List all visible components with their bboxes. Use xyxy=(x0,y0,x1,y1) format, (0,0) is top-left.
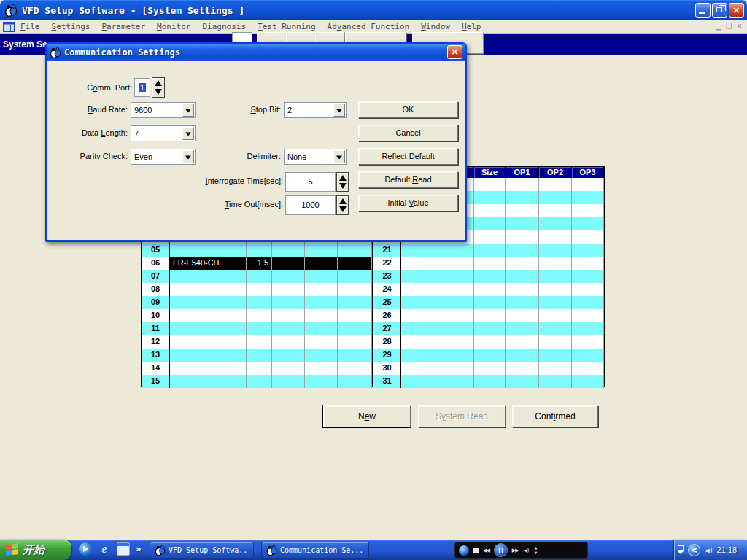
restore-button[interactable] xyxy=(712,3,727,18)
op2-cell[interactable] xyxy=(539,322,572,335)
op3-cell[interactable] xyxy=(338,244,372,257)
op1-cell[interactable] xyxy=(506,244,539,257)
op3-cell[interactable] xyxy=(572,217,604,230)
row-number-cell[interactable]: 09 xyxy=(142,296,170,309)
op1-cell[interactable] xyxy=(272,349,305,362)
interrogate-time-spinner[interactable] xyxy=(336,172,349,192)
model-cell[interactable] xyxy=(401,335,474,349)
table-row[interactable]: 10 xyxy=(142,309,372,322)
mdi-restore-icon[interactable]: ❏ xyxy=(726,22,732,30)
op2-cell[interactable] xyxy=(539,178,572,191)
op2-cell[interactable] xyxy=(539,362,572,375)
op3-cell[interactable] xyxy=(572,283,604,296)
op3-cell[interactable] xyxy=(572,349,604,362)
model-cell[interactable]: FR-E540-CH xyxy=(170,257,247,270)
op1-cell[interactable] xyxy=(272,322,305,335)
time-out-spinner[interactable] xyxy=(336,195,349,215)
op3-cell[interactable] xyxy=(572,362,604,375)
op2-cell[interactable] xyxy=(539,283,572,296)
size-cell[interactable] xyxy=(474,375,506,388)
comm-port-field[interactable]: 1 xyxy=(134,78,150,97)
model-cell[interactable] xyxy=(170,270,247,283)
row-number-cell[interactable]: 06 xyxy=(142,257,170,270)
row-number-cell[interactable]: 29 xyxy=(374,349,401,362)
model-cell[interactable] xyxy=(170,309,247,322)
table-row[interactable]: 29 xyxy=(374,349,604,362)
menu-item-settings[interactable]: Settings xyxy=(52,22,90,31)
table-row[interactable]: 12 xyxy=(142,335,372,349)
op1-cell[interactable] xyxy=(272,244,305,257)
cancel-button[interactable]: Cancel xyxy=(358,125,458,141)
size-cell[interactable] xyxy=(474,322,506,335)
size-cell[interactable] xyxy=(474,270,506,283)
op1-cell[interactable] xyxy=(272,270,305,283)
op3-cell[interactable] xyxy=(572,230,604,244)
band-down-icon[interactable]: ▼ xyxy=(534,551,537,555)
op1-cell[interactable] xyxy=(506,191,539,204)
band-up-icon[interactable]: ▲ xyxy=(534,545,537,550)
op1-cell[interactable] xyxy=(506,375,539,388)
table-row[interactable]: 07 xyxy=(142,270,372,283)
model-cell[interactable] xyxy=(401,309,474,322)
table-row[interactable]: 30 xyxy=(374,362,604,375)
row-number-cell[interactable]: 25 xyxy=(374,296,401,309)
table-row[interactable]: 11 xyxy=(142,322,372,335)
model-cell[interactable] xyxy=(170,322,247,335)
op2-cell[interactable] xyxy=(305,335,338,349)
op1-cell[interactable] xyxy=(272,257,305,270)
op2-cell[interactable] xyxy=(539,296,572,309)
size-cell[interactable]: 1.5 xyxy=(247,257,272,270)
row-number-cell[interactable]: 24 xyxy=(374,283,401,296)
size-cell[interactable] xyxy=(474,349,506,362)
baud-rate-combo[interactable]: 9600 xyxy=(131,102,196,118)
table-row[interactable]: 13 xyxy=(142,349,372,362)
op1-cell[interactable] xyxy=(506,309,539,322)
internet-explorer-icon[interactable]: e xyxy=(98,542,111,556)
op2-cell[interactable] xyxy=(539,204,572,217)
task-button-communication-settings[interactable]: Communication Se... xyxy=(261,542,369,559)
table-row[interactable]: 06FR-E540-CH1.5 xyxy=(142,257,372,270)
row-number-cell[interactable]: 14 xyxy=(142,362,170,375)
size-cell[interactable] xyxy=(247,309,272,322)
op2-cell[interactable] xyxy=(305,322,338,335)
size-cell[interactable] xyxy=(247,349,272,362)
op2-cell[interactable] xyxy=(539,217,572,230)
op2-cell[interactable] xyxy=(305,375,338,388)
table-row[interactable]: 23 xyxy=(374,270,604,283)
row-number-cell[interactable]: 27 xyxy=(374,322,401,335)
op1-cell[interactable] xyxy=(506,178,539,191)
model-cell[interactable] xyxy=(401,322,474,335)
op3-cell[interactable] xyxy=(338,335,372,349)
model-cell[interactable] xyxy=(401,375,474,388)
op1-cell[interactable] xyxy=(506,296,539,309)
model-cell[interactable] xyxy=(170,296,247,309)
op2-cell[interactable] xyxy=(305,349,338,362)
menu-item-test-running[interactable]: Test Running xyxy=(258,22,315,31)
show-desktop-icon[interactable] xyxy=(117,542,130,556)
op3-cell[interactable] xyxy=(338,349,372,362)
dropdown-button[interactable] xyxy=(182,127,194,140)
table-row[interactable]: 14 xyxy=(142,362,372,375)
table-row[interactable]: 15 xyxy=(142,375,372,388)
op3-cell[interactable] xyxy=(572,178,604,191)
table-row[interactable]: 21 xyxy=(374,244,604,257)
op2-cell[interactable] xyxy=(305,283,338,296)
model-cell[interactable] xyxy=(401,270,474,283)
size-cell[interactable] xyxy=(247,322,272,335)
op2-cell[interactable] xyxy=(305,296,338,309)
start-button[interactable]: 开始 xyxy=(0,540,71,560)
table-row[interactable]: 09 xyxy=(142,296,372,309)
volume-icon[interactable]: ◄)) xyxy=(523,548,529,553)
size-cell[interactable] xyxy=(474,191,506,204)
op3-cell[interactable] xyxy=(338,362,372,375)
new-button[interactable]: New xyxy=(323,405,411,427)
model-cell[interactable] xyxy=(170,335,247,349)
overflow-chevron-icon[interactable]: » xyxy=(136,544,142,554)
op2-cell[interactable] xyxy=(305,309,338,322)
table-row[interactable]: 25 xyxy=(374,296,604,309)
op3-cell[interactable] xyxy=(572,270,604,283)
op1-cell[interactable] xyxy=(506,362,539,375)
op1-cell[interactable] xyxy=(506,349,539,362)
dialog-close-button[interactable]: × xyxy=(447,45,462,59)
size-cell[interactable] xyxy=(474,230,506,244)
